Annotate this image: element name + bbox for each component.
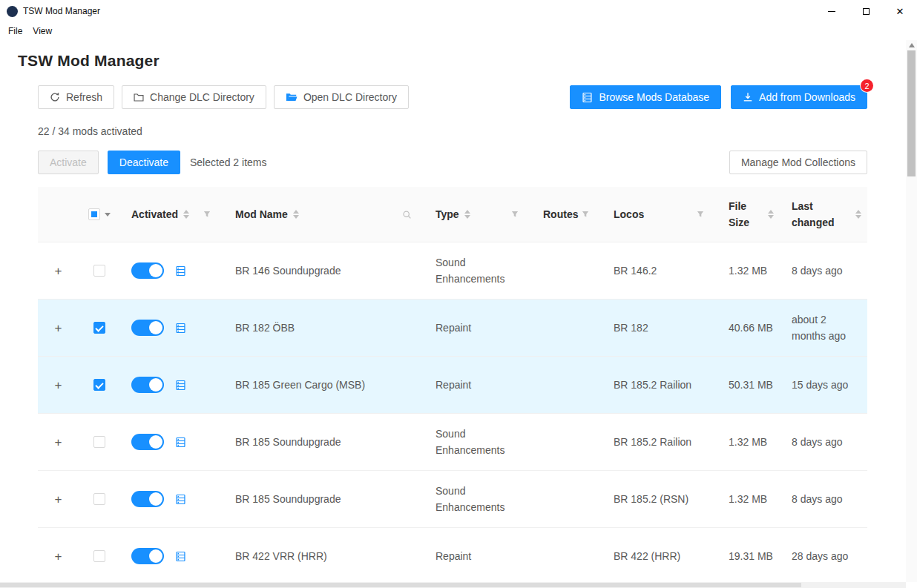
row-checkbox[interactable]: [93, 265, 105, 277]
funnel-icon[interactable]: [510, 210, 519, 219]
header-routes[interactable]: Routes: [531, 200, 602, 228]
menu-file[interactable]: File: [3, 24, 27, 38]
window-controls: ✕: [815, 0, 917, 22]
deactivate-button[interactable]: Deactivate: [108, 151, 180, 174]
mod-database-icon[interactable]: [175, 323, 186, 334]
header-file-size[interactable]: File Size: [717, 192, 780, 237]
last-changed-cell: 8 days ago: [780, 485, 867, 513]
manage-mod-collections-button[interactable]: Manage Mod Collections: [729, 151, 867, 174]
last-changed-cell: 15 days ago: [780, 371, 867, 399]
expand-row-button[interactable]: +: [55, 550, 62, 563]
reload-icon: [50, 92, 60, 102]
refresh-button[interactable]: Refresh: [38, 85, 114, 109]
sorter-carets-icon[interactable]: [768, 210, 774, 219]
type-cell: Repaint: [424, 542, 531, 570]
type-cell: Sound Enhancements: [424, 248, 531, 293]
activated-cell: [119, 428, 223, 456]
toolbar: Refresh Change DLC Directory Open DLC Di…: [38, 85, 867, 109]
selection-bar: Activate Deactivate Selected 2 items Man…: [38, 151, 867, 174]
row-checkbox[interactable]: [93, 322, 105, 334]
open-dlc-directory-button[interactable]: Open DLC Directory: [274, 85, 409, 109]
header-last-changed[interactable]: Last changed: [780, 192, 867, 237]
close-button[interactable]: ✕: [883, 0, 917, 22]
add-from-downloads-button[interactable]: Add from Downloads: [731, 85, 867, 109]
activated-cell: [119, 542, 223, 570]
activated-toggle[interactable]: [131, 434, 164, 450]
toggle-knob: [149, 264, 162, 277]
browse-mods-database-button[interactable]: Browse Mods Database: [570, 85, 721, 109]
row-checkbox[interactable]: [93, 493, 105, 505]
expand-row-button[interactable]: +: [55, 379, 62, 392]
locos-cell: BR 422 (HRR): [602, 542, 717, 570]
expand-cell: +: [38, 436, 79, 449]
page-title: TSW Mod Manager: [18, 52, 917, 70]
file-size-cell: 1.32 MB: [717, 485, 780, 513]
selection-menu-chevron-icon[interactable]: [105, 213, 111, 217]
mod-database-icon[interactable]: [175, 494, 186, 505]
locos-cell: BR 146.2: [602, 257, 717, 285]
row-checkbox[interactable]: [93, 379, 105, 391]
funnel-icon[interactable]: [696, 210, 705, 219]
horizontal-scrollbar-thumb[interactable]: [0, 583, 801, 587]
window-title: TSW Mod Manager: [23, 6, 100, 16]
vertical-scrollbar[interactable]: [906, 40, 917, 582]
header-activated[interactable]: Activated: [119, 200, 223, 228]
mod-name-cell: BR 146 Soundupgrade: [223, 257, 424, 285]
activated-toggle[interactable]: [131, 491, 164, 507]
change-dlc-label: Change DLC Directory: [150, 91, 254, 103]
table-row: + BR 422 VRR (HRR) Repaint BR 422 (HRR) …: [38, 528, 867, 585]
select-cell: [79, 379, 119, 391]
table-row: + BR 146 Soundupgrade Sound Enhancements…: [38, 242, 867, 300]
sorter-carets-icon[interactable]: [293, 210, 299, 219]
locos-cell: BR 185.2 (RSN): [602, 485, 717, 513]
select-all-checkbox[interactable]: [88, 208, 100, 220]
expand-row-button[interactable]: +: [55, 436, 62, 449]
funnel-icon[interactable]: [581, 210, 590, 219]
menu-view[interactable]: View: [27, 24, 57, 38]
header-locos[interactable]: Locos: [602, 200, 717, 228]
type-cell: Sound Enhancements: [424, 420, 531, 464]
expand-row-button[interactable]: +: [55, 265, 62, 277]
expand-cell: +: [38, 550, 79, 563]
activate-button[interactable]: Activate: [38, 151, 99, 174]
menu-bar: File View: [0, 22, 917, 40]
minimize-button[interactable]: [815, 0, 849, 22]
sorter-carets-icon[interactable]: [464, 210, 470, 219]
funnel-icon[interactable]: [203, 210, 211, 219]
scroll-up-arrow-icon[interactable]: [909, 43, 915, 47]
select-cell: [79, 550, 119, 562]
main-inner: Refresh Change DLC Directory Open DLC Di…: [38, 85, 867, 585]
row-checkbox[interactable]: [93, 550, 105, 562]
mod-database-icon[interactable]: [175, 551, 186, 562]
table-row: + BR 182 ÖBB Repaint BR 182 40.66 MB abo…: [38, 300, 867, 357]
expand-row-button[interactable]: +: [55, 493, 62, 506]
locos-cell: BR 185.2 Railion: [602, 428, 717, 456]
mod-database-icon[interactable]: [175, 380, 186, 391]
horizontal-scrollbar[interactable]: [0, 582, 906, 588]
activated-toggle[interactable]: [131, 262, 164, 279]
activated-toggle[interactable]: [131, 320, 164, 336]
download-icon: [743, 92, 753, 102]
mod-database-icon[interactable]: [175, 265, 186, 277]
activated-toggle[interactable]: [131, 548, 164, 564]
change-dlc-directory-button[interactable]: Change DLC Directory: [122, 85, 266, 109]
header-type[interactable]: Type: [424, 200, 531, 228]
search-icon[interactable]: [402, 210, 412, 219]
row-checkbox[interactable]: [93, 436, 105, 448]
toolbar-right: Browse Mods Database Add from Downloads …: [570, 85, 867, 109]
sorter-carets-icon[interactable]: [855, 210, 861, 219]
maximize-icon: [863, 8, 870, 15]
vertical-scrollbar-thumb[interactable]: [907, 50, 916, 176]
header-mod-name[interactable]: Mod Name: [223, 200, 424, 228]
routes-cell: [531, 550, 602, 562]
refresh-label: Refresh: [66, 91, 102, 103]
selected-items-info: Selected 2 items: [190, 156, 267, 168]
mod-database-icon[interactable]: [175, 437, 186, 448]
sorter-carets-icon[interactable]: [183, 210, 189, 219]
maximize-button[interactable]: [849, 0, 883, 22]
table-row: + BR 185 Green Cargo (MSB) Repaint BR 18…: [38, 357, 867, 414]
expand-row-button[interactable]: +: [55, 322, 62, 334]
activated-toggle[interactable]: [131, 377, 164, 393]
expand-cell: +: [38, 379, 79, 392]
open-dlc-label: Open DLC Directory: [303, 91, 397, 103]
